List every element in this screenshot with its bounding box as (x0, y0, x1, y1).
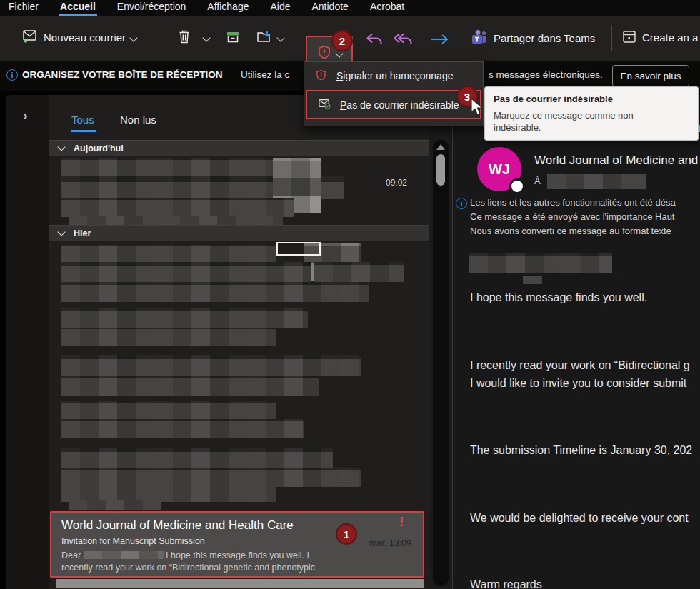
reply-button[interactable] (364, 30, 384, 51)
tab-non-lus[interactable]: Non lus (120, 114, 156, 126)
mouse-cursor (470, 98, 486, 119)
share-teams-button[interactable]: Partager dans Teams (470, 29, 595, 48)
message-time: 09:02 (386, 178, 407, 188)
redacted-salutation (469, 253, 612, 273)
menu-envoi-reception[interactable]: Envoi/réception (116, 0, 188, 14)
redacted-message[interactable] (61, 308, 308, 328)
move-folder-icon (256, 29, 273, 46)
chevron-down-icon (57, 228, 65, 236)
ribbon-toolbar: Nouveau courrier (0, 16, 700, 61)
selected-sender: World Journal of Medicine and Health Car… (61, 518, 294, 533)
notice-line-3: Nous avons converti ce message au format… (470, 226, 700, 236)
menu-acrobat[interactable]: Acrobat (369, 0, 406, 14)
selected-preview-line2: recently read your work on “Bidirectiona… (61, 563, 315, 573)
ribbon-menubar: Fichier Accueil Envoi/réception Affichag… (0, 0, 700, 16)
scrollbar-up-arrow[interactable] (436, 144, 445, 150)
toolbar-divider (611, 26, 612, 51)
banner-text-left: Utilisez la c (241, 69, 289, 80)
presence-indicator (509, 178, 525, 194)
redacted-message (61, 282, 369, 302)
teams-icon (470, 29, 489, 48)
redacted-message (61, 262, 311, 283)
redacted-message[interactable] (61, 158, 297, 177)
redacted-message[interactable] (61, 245, 276, 263)
not-junk-envelope-icon (318, 98, 331, 111)
report-phishing-label: Signaler un hameçonnage (336, 70, 453, 81)
notice-info-icon: i (456, 198, 467, 209)
learn-more-button[interactable]: En savoir plus (612, 65, 689, 87)
notice-line-1: Les liens et les autres fonctionnalités … (470, 197, 700, 208)
not-junk-label: Pas de courrier indésirable (340, 99, 459, 111)
accel-letter: S (336, 70, 343, 81)
selected-message-highlight[interactable]: World Journal of Medicine and Health Car… (50, 511, 424, 578)
create-appointment-label: Create an a (642, 31, 698, 44)
info-icon: i (6, 69, 18, 81)
menu-item-not-junk[interactable]: Pas de courrier indésirable (306, 90, 481, 119)
scrollbar-thumb[interactable] (436, 154, 445, 186)
new-mail-button[interactable]: Nouveau courrier (21, 29, 136, 46)
menu-affichage[interactable]: Affichage (206, 0, 250, 14)
menu-item-report-phishing[interactable]: Signaler un hameçonnage (304, 62, 483, 89)
next-message-edge (56, 579, 424, 588)
chevron-down-icon[interactable] (129, 34, 137, 41)
avatar-initials: WJ (489, 161, 510, 178)
to-label: À (534, 176, 541, 186)
expand-pane-icon[interactable]: › (23, 107, 28, 124)
chevron-down-icon (57, 143, 65, 151)
create-appointment-button[interactable]: Create an a (621, 29, 698, 46)
body-paragraph-4: The submission Timeline is January 30, 2… (470, 444, 700, 457)
redacted-highlight-frame (276, 242, 321, 256)
redacted-message[interactable] (61, 355, 361, 376)
chevron-down-icon[interactable] (202, 34, 210, 41)
forward-button[interactable] (429, 33, 450, 48)
body-paragraph-2: I recently read your work on “Bidirectio… (470, 359, 700, 372)
redacted-message (61, 376, 319, 396)
phishing-shield-icon (315, 69, 327, 84)
sender-name[interactable]: World Journal of Medicine and (534, 153, 700, 168)
banner-text-right: s messages électroniques. (489, 69, 603, 80)
redacted-message (314, 262, 404, 282)
redacted-message (61, 198, 294, 217)
reply-all-button[interactable] (393, 30, 414, 51)
tab-tous[interactable]: Tous (71, 114, 94, 126)
menu-accueil[interactable]: Accueil (59, 0, 97, 16)
redacted-message (61, 486, 276, 502)
list-scrollbar[interactable] (433, 140, 449, 586)
toolbar-divider (459, 26, 459, 51)
redacted-message (69, 216, 283, 226)
redacted-message[interactable] (61, 401, 276, 420)
banner-title: ORGANISEZ VOTRE BOÎTE DE RÉCEPTION (22, 69, 223, 80)
selected-preview-line1: Dear I hope this message finds you well.… (61, 550, 309, 560)
tooltip-title: Pas de courrier indésirable (494, 94, 689, 104)
group-header-yesterday[interactable]: Hier (49, 225, 429, 241)
new-mail-icon (21, 29, 39, 46)
selected-subject: Invitation for Manuscript Submission (61, 536, 205, 546)
label-rest: ignaler un hameçonnage (343, 70, 453, 81)
annotation-badge-1: 1 (336, 523, 357, 545)
tab-tous-underline (71, 130, 96, 132)
archive-button[interactable] (225, 30, 241, 46)
redacted-message (69, 500, 161, 510)
accel-letter: P (340, 99, 346, 111)
archive-icon (225, 30, 241, 46)
delete-button[interactable] (177, 29, 209, 46)
menu-aide[interactable]: Aide (269, 0, 291, 14)
group-today-label: Aujourd'hui (74, 144, 124, 153)
menu-antidote[interactable]: Antidote (311, 0, 350, 14)
redacted-message (61, 468, 361, 487)
redacted-message (61, 419, 304, 438)
group-header-today[interactable]: Aujourd'hui (49, 140, 429, 156)
calendar-icon (621, 29, 637, 46)
toolbar-divider (166, 26, 166, 51)
body-paragraph-1: I hope this message finds you well. (470, 291, 700, 304)
redacted-message[interactable] (61, 448, 333, 469)
collapsed-folder-pane: › (6, 95, 49, 589)
outlook-window: Fichier Accueil Envoi/réception Affichag… (0, 0, 700, 589)
body-paragraph-3: I would like to invite you to consider s… (470, 377, 700, 390)
menu-fichier[interactable]: Fichier (7, 0, 40, 14)
move-to-button[interactable] (256, 29, 284, 46)
annotation-badge-2: 2 (331, 30, 353, 51)
body-signature: Warm regards (470, 578, 700, 589)
preview-rest: I hope this message finds you well. I (166, 550, 309, 560)
chevron-down-icon[interactable] (276, 34, 284, 41)
